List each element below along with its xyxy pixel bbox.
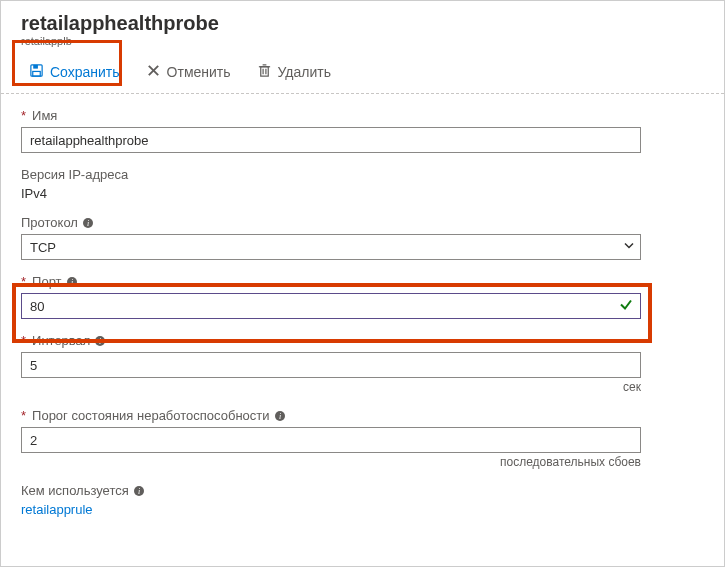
- required-mark: *: [21, 333, 26, 348]
- close-icon: [146, 63, 161, 81]
- info-icon[interactable]: i: [133, 485, 145, 497]
- svg-rect-1: [33, 65, 38, 69]
- name-label: * Имя: [21, 108, 704, 123]
- svg-text:i: i: [87, 219, 89, 228]
- info-icon[interactable]: i: [274, 410, 286, 422]
- interval-suffix: сек: [21, 380, 641, 394]
- port-input[interactable]: [21, 293, 641, 319]
- delete-button[interactable]: Удалить: [249, 59, 339, 85]
- cancel-button[interactable]: Отменить: [138, 59, 239, 85]
- save-icon: [29, 63, 44, 81]
- interval-label: * Интервал i: [21, 333, 704, 348]
- usedby-label: Кем используется i: [21, 483, 704, 498]
- port-label: * Порт i: [21, 274, 704, 289]
- trash-icon: [257, 63, 272, 81]
- interval-input[interactable]: [21, 352, 641, 378]
- svg-text:i: i: [138, 487, 140, 496]
- toolbar: Сохранить Отменить Удалить: [1, 53, 724, 94]
- threshold-label: * Порог состояния неработоспособности i: [21, 408, 704, 423]
- required-mark: *: [21, 408, 26, 423]
- threshold-suffix: последовательных сбоев: [21, 455, 641, 469]
- save-button[interactable]: Сохранить: [21, 59, 128, 85]
- info-icon[interactable]: i: [94, 335, 106, 347]
- svg-rect-2: [33, 71, 41, 76]
- ipversion-value: IPv4: [21, 186, 704, 201]
- svg-text:i: i: [70, 278, 72, 287]
- name-input[interactable]: [21, 127, 641, 153]
- threshold-input[interactable]: [21, 427, 641, 453]
- page-title: retailapphealthprobe: [21, 11, 704, 35]
- delete-label: Удалить: [278, 64, 331, 80]
- info-icon[interactable]: i: [82, 217, 94, 229]
- protocol-select[interactable]: [21, 234, 641, 260]
- save-label: Сохранить: [50, 64, 120, 80]
- svg-rect-5: [260, 67, 268, 76]
- form-body: * Имя Версия IP-адреса IPv4 Протокол i *…: [1, 94, 724, 551]
- required-mark: *: [21, 108, 26, 123]
- info-icon[interactable]: i: [66, 276, 78, 288]
- svg-text:i: i: [278, 412, 280, 421]
- required-mark: *: [21, 274, 26, 289]
- cancel-label: Отменить: [167, 64, 231, 80]
- usedby-link[interactable]: retailapprule: [21, 502, 93, 517]
- parent-resource: retailapplb: [21, 35, 704, 47]
- protocol-label: Протокол i: [21, 215, 704, 230]
- svg-text:i: i: [99, 337, 101, 346]
- ipversion-label: Версия IP-адреса: [21, 167, 704, 182]
